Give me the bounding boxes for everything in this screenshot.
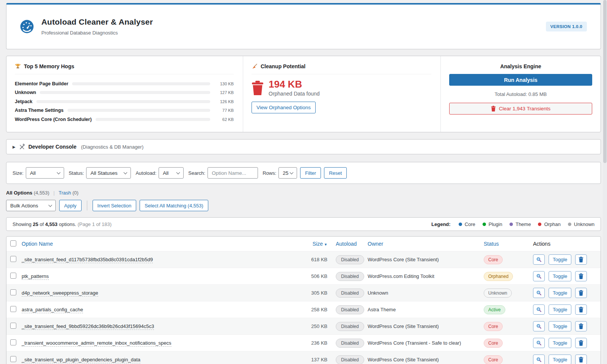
row-checkbox[interactable]: [10, 289, 16, 295]
trash-icon: [579, 323, 583, 329]
options-table: Option Name Size▼ Autoload Owner Status …: [6, 236, 601, 364]
select-all-matching-button[interactable]: Select All Matching (4,553): [140, 200, 208, 211]
hog-bar-track: [40, 91, 210, 94]
delete-button[interactable]: [575, 271, 587, 281]
inspect-button[interactable]: [533, 355, 545, 364]
cleanup-section: Cleanup Potential 194 KB Orphaned Data f…: [243, 56, 441, 132]
rows-select[interactable]: 25: [278, 167, 297, 179]
hog-label: Jetpack: [15, 99, 33, 104]
stats-panel: Top 5 Memory Hogs Elementor Page Builder…: [6, 56, 601, 132]
toggle-button[interactable]: Toggle: [549, 288, 571, 298]
summary-bar: Showing 25 of 4,553 options. (Page 1 of …: [6, 217, 601, 231]
inspect-button[interactable]: [533, 338, 545, 348]
view-switcher: All Options (4,553) | Trash (0): [6, 190, 601, 196]
toggle-button[interactable]: Toggle: [549, 304, 571, 315]
column-size[interactable]: Size▼: [297, 241, 331, 247]
all-options-link[interactable]: All Options: [6, 190, 32, 196]
row-checkbox[interactable]: [10, 339, 16, 345]
delete-button[interactable]: [575, 288, 587, 298]
plugin-header: Autoload Cleaner & Analyser Professional…: [6, 3, 601, 49]
legend-dot: [568, 223, 571, 226]
trash-link[interactable]: Trash: [59, 190, 71, 196]
page-title: Autoload Cleaner & Analyser: [41, 17, 153, 27]
delete-button[interactable]: [575, 254, 587, 265]
magnifier-icon: [536, 357, 542, 362]
inspect-button[interactable]: [533, 288, 545, 298]
clear-transients-button[interactable]: Clear 1,943 Transients: [449, 103, 592, 115]
hog-label: Astra Theme Settings: [15, 108, 64, 113]
delete-button[interactable]: [575, 338, 587, 348]
inspect-button[interactable]: [533, 271, 545, 281]
scrollbar-thumb[interactable]: [603, 0, 607, 163]
analysis-engine-section: Analysis Engine Run Analysis Total Autol…: [441, 56, 601, 132]
owner-label: Astra Theme: [368, 307, 484, 312]
delete-button[interactable]: [575, 355, 587, 364]
table-row: _site_transient_feed_d117b5738fbd35bd8c0…: [6, 251, 601, 268]
row-checkbox[interactable]: [10, 273, 16, 279]
hog-row: Astra Theme Settings77 KB: [15, 106, 234, 115]
expand-arrow-icon: ▶: [13, 145, 16, 149]
developer-console-toggle[interactable]: ▶ Developer Console (Diagnostics & DB Ma…: [6, 139, 601, 154]
status-badge: Core: [484, 355, 503, 364]
option-name-link[interactable]: _site_transient_wp_plugin_dependencies_p…: [22, 357, 140, 363]
view-orphaned-button[interactable]: View Orphaned Options: [252, 102, 316, 113]
autoload-filter-select[interactable]: All: [159, 167, 184, 179]
status-filter-select[interactable]: All Statuses: [86, 167, 131, 179]
hog-value: 77 KB: [215, 108, 234, 113]
row-checkbox[interactable]: [10, 306, 16, 312]
size-value: 305 KB: [297, 290, 331, 296]
invert-selection-button[interactable]: Invert Selection: [93, 200, 137, 211]
select-all-checkbox[interactable]: [10, 240, 16, 246]
option-name-link[interactable]: _site_transient_feed_9bbd59226dc36b9b26c…: [22, 323, 154, 330]
toggle-button[interactable]: Toggle: [549, 254, 571, 265]
bulk-actions-select[interactable]: Bulk Actions: [6, 200, 56, 211]
trash-icon: [579, 357, 583, 362]
trash-icon: [579, 290, 583, 296]
size-value: 618 KB: [297, 257, 331, 262]
chevron-down-icon: [49, 203, 52, 207]
apply-button[interactable]: Apply: [59, 200, 82, 211]
column-status[interactable]: Status: [484, 241, 533, 247]
toggle-button[interactable]: Toggle: [549, 321, 571, 331]
option-name-link[interactable]: _site_transient_feed_d117b5738fbd35bd8c0…: [22, 257, 153, 263]
size-filter-select[interactable]: All: [26, 167, 64, 179]
row-checkbox[interactable]: [10, 356, 16, 362]
column-owner[interactable]: Owner: [368, 241, 484, 247]
delete-button[interactable]: [575, 321, 587, 331]
option-name-link[interactable]: d4p_network_sweeppress_storage: [22, 290, 98, 297]
option-name-link[interactable]: _transient_woocommerce_admin_remote_inbo…: [22, 340, 171, 347]
option-name-link[interactable]: astra_partials_config_cache: [22, 307, 83, 313]
toggle-button[interactable]: Toggle: [549, 271, 571, 281]
column-autoload[interactable]: Autoload: [331, 241, 368, 247]
status-badge: Active: [484, 305, 505, 314]
magnifier-icon: [536, 307, 542, 312]
trash-icon: [579, 273, 583, 279]
filter-button[interactable]: Filter: [300, 167, 321, 179]
rows-label: Rows:: [263, 170, 276, 176]
inspect-button[interactable]: [533, 321, 545, 331]
size-value: 258 KB: [297, 307, 331, 312]
inspect-button[interactable]: [533, 304, 545, 315]
page-scrollbar[interactable]: [603, 0, 607, 364]
divider: [87, 201, 87, 210]
table-row: _transient_woocommerce_admin_remote_inbo…: [6, 334, 601, 351]
inspect-button[interactable]: [533, 254, 545, 265]
column-option-name[interactable]: Option Name: [22, 241, 297, 247]
row-checkbox[interactable]: [10, 256, 16, 262]
legend-item: Core: [459, 221, 475, 227]
option-name-link[interactable]: ptk_patterns: [22, 273, 49, 280]
dev-console-subtitle: (Diagnostics & DB Manager): [81, 144, 144, 150]
table-row: _site_transient_feed_9bbd59226dc36b9b26c…: [6, 318, 601, 334]
toggle-button[interactable]: Toggle: [549, 355, 571, 364]
row-checkbox[interactable]: [10, 323, 16, 329]
status-filter-label: Status:: [69, 170, 84, 176]
chevron-down-icon: [176, 171, 180, 174]
reset-button[interactable]: Reset: [324, 167, 347, 179]
delete-button[interactable]: [575, 304, 587, 315]
run-analysis-button[interactable]: Run Analysis: [449, 74, 592, 86]
toggle-button[interactable]: Toggle: [549, 338, 571, 348]
search-input[interactable]: [208, 167, 258, 179]
size-value: 137 KB: [297, 357, 331, 362]
trash-icon: [579, 340, 583, 346]
owner-label: WordPress Core (Site Transient): [368, 257, 484, 262]
